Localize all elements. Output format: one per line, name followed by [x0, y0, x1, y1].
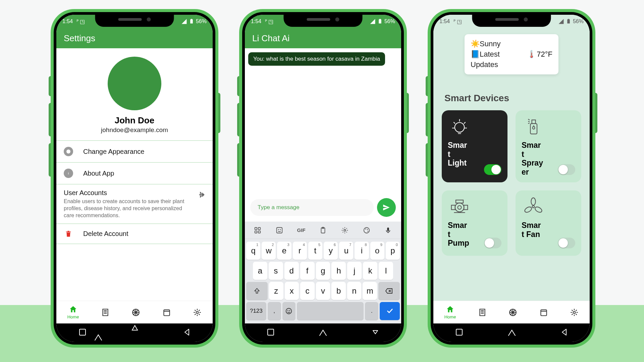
- key-y[interactable]: 6y: [324, 242, 338, 260]
- key-r[interactable]: 4r: [293, 242, 307, 260]
- android-recent[interactable]: [267, 328, 274, 337]
- notes-icon: [101, 308, 110, 317]
- key-b[interactable]: b: [331, 282, 346, 300]
- key-a[interactable]: a: [253, 262, 267, 280]
- device-smart-pump[interactable]: Smart Pump: [442, 190, 507, 256]
- device-grid: Smart Light Smart Sprayer Smart Pump: [442, 110, 581, 256]
- row-appearance[interactable]: Change Appearance: [56, 140, 213, 162]
- keyboard: GIF 1q2w3e4r5t6y7u8i9o0p asdfghjkl zxcvb…: [245, 222, 401, 323]
- android-recent[interactable]: [455, 328, 463, 337]
- key-p[interactable]: 0p: [386, 242, 400, 260]
- key-z[interactable]: z: [269, 282, 283, 300]
- signal-icon: [558, 18, 564, 24]
- key-i[interactable]: 8i: [355, 242, 369, 260]
- svg-rect-7: [255, 227, 257, 229]
- android-home[interactable]: [507, 328, 516, 338]
- key-period[interactable]: .: [365, 302, 378, 320]
- kbd-gif-icon[interactable]: GIF: [296, 225, 306, 235]
- kbd-mic-icon[interactable]: [383, 225, 393, 235]
- notes-icon: [478, 308, 487, 317]
- key-shift[interactable]: [246, 282, 268, 300]
- send-button[interactable]: [377, 198, 396, 217]
- phone-bezel: 1:54 ᴾ ◳ 56% Li Chat Ai You: what is the…: [242, 12, 404, 345]
- android-back[interactable]: [561, 328, 568, 337]
- key-c[interactable]: c: [300, 282, 315, 300]
- android-home[interactable]: [131, 323, 139, 342]
- key-u[interactable]: 7u: [339, 242, 353, 260]
- svg-rect-31: [451, 205, 455, 209]
- device-light-toggle[interactable]: [484, 164, 501, 175]
- device-smart-fan[interactable]: Smart Fan: [516, 190, 581, 256]
- key-comma[interactable]: ,: [268, 302, 281, 320]
- key-backspace[interactable]: [378, 282, 400, 300]
- chat-messages[interactable]: You: what is the best season for casava …: [245, 48, 401, 195]
- key-symbols[interactable]: ?123: [246, 302, 266, 320]
- kbd-settings-icon[interactable]: [340, 225, 350, 235]
- svg-point-20: [367, 231, 368, 232]
- key-emoji[interactable]: [282, 302, 296, 320]
- key-v[interactable]: v: [316, 282, 330, 300]
- nav-calendar[interactable]: [539, 308, 548, 317]
- weather-card[interactable]: ☀️Sunny 📘Latest Updates 🌡️72°F: [465, 34, 558, 74]
- android-keyboard-down[interactable]: [372, 328, 379, 337]
- key-d[interactable]: d: [284, 262, 299, 280]
- key-s[interactable]: s: [269, 262, 283, 280]
- nav-notes[interactable]: [101, 308, 110, 317]
- nav-camera[interactable]: [508, 308, 517, 317]
- nav-notes[interactable]: [478, 308, 487, 317]
- key-e[interactable]: 3e: [277, 242, 291, 260]
- screen-smart: 1:54 ᴾ ◳ 56% ☀️Sunny 📘Latest Updates 🌡️7…: [433, 15, 590, 342]
- key-q[interactable]: 1q: [246, 242, 260, 260]
- kbd-sticker-icon[interactable]: [274, 225, 284, 235]
- key-h[interactable]: h: [331, 262, 346, 280]
- key-g[interactable]: g: [316, 262, 330, 280]
- svg-rect-4: [79, 329, 86, 335]
- key-x[interactable]: x: [285, 282, 299, 300]
- device-fan-toggle[interactable]: [558, 238, 575, 248]
- row-about[interactable]: About App: [56, 162, 213, 184]
- device-smart-sprayer[interactable]: Smart Sprayer: [516, 110, 581, 182]
- device-smart-light[interactable]: Smart Light: [442, 110, 507, 182]
- nav-settings[interactable]: [570, 308, 579, 317]
- smart-content: ☀️Sunny 📘Latest Updates 🌡️72°F Smart Dev…: [433, 28, 590, 301]
- key-m[interactable]: m: [363, 282, 377, 300]
- settings-appbar: Settings: [56, 28, 213, 48]
- kbd-clipboard-icon[interactable]: [318, 225, 328, 235]
- key-t[interactable]: 5t: [308, 242, 322, 260]
- svg-point-37: [534, 206, 543, 213]
- android-home[interactable]: [319, 328, 327, 338]
- nav-home[interactable]: Home: [444, 305, 456, 319]
- keyboard-rows: 1q2w3e4r5t6y7u8i9o0p asdfghjkl zxcvbnm ?…: [245, 239, 401, 323]
- hw-buttons-right: [407, 93, 409, 133]
- key-l[interactable]: l: [379, 262, 393, 280]
- nav-home[interactable]: Home: [67, 305, 79, 319]
- key-f[interactable]: f: [300, 262, 315, 280]
- settings-content: John Doe johndoe@example.com Change Appe…: [56, 48, 213, 301]
- key-space[interactable]: [297, 302, 364, 320]
- key-k[interactable]: k: [363, 262, 377, 280]
- key-w[interactable]: 2w: [262, 242, 276, 260]
- key-n[interactable]: n: [347, 282, 362, 300]
- nav-calendar[interactable]: [162, 308, 171, 317]
- screen-settings: 1:54 ᴾ ◳ 56% Settings John Doe johndoe@e…: [56, 15, 213, 342]
- nav-settings[interactable]: [193, 308, 202, 317]
- key-enter[interactable]: [380, 302, 400, 320]
- key-o[interactable]: 9o: [370, 242, 384, 260]
- android-nav: [56, 323, 213, 342]
- svg-point-24: [289, 310, 290, 311]
- kbd-theme-icon[interactable]: [362, 225, 372, 235]
- kbd-apps-icon[interactable]: [253, 225, 263, 235]
- key-j[interactable]: j: [347, 262, 362, 280]
- svg-rect-9: [255, 231, 257, 233]
- row-user-accounts[interactable]: User Accounts Enable users to create acc…: [56, 184, 213, 224]
- nav-camera[interactable]: [131, 308, 140, 317]
- row-delete-account[interactable]: Delete Account: [56, 224, 213, 244]
- android-recent[interactable]: [79, 328, 86, 337]
- device-pump-toggle[interactable]: [484, 238, 501, 248]
- android-back[interactable]: [183, 328, 190, 337]
- device-sprayer-toggle[interactable]: [558, 164, 575, 175]
- status-right: 56%: [370, 18, 395, 24]
- chat-input[interactable]: Type a message: [250, 199, 374, 216]
- avatar[interactable]: [108, 57, 161, 110]
- smart-section-title: Smart Devices: [444, 93, 581, 104]
